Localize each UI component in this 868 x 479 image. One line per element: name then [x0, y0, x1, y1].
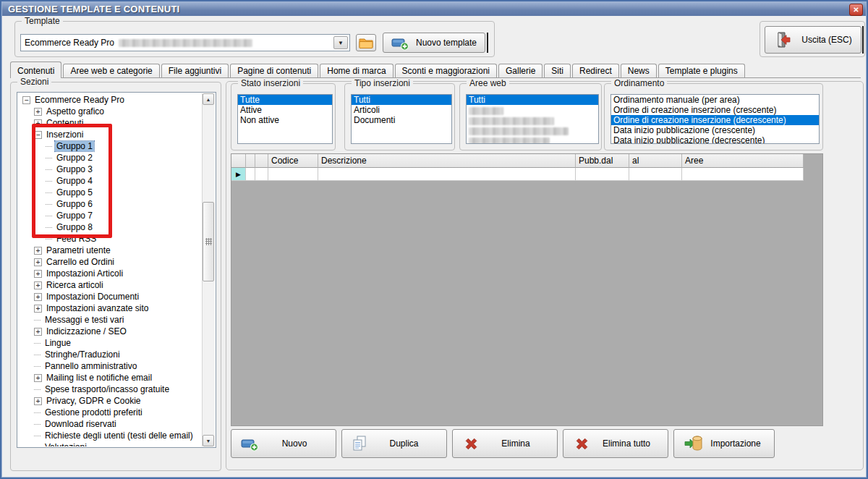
- tab-sconti-e-maggiorazioni[interactable]: Sconti e maggiorazioni: [395, 64, 497, 77]
- tree-item-label[interactable]: Gruppo 7: [55, 211, 94, 221]
- expand-icon[interactable]: +: [34, 305, 42, 313]
- tree-item-label[interactable]: Indicizzazione / SEO: [45, 326, 128, 336]
- tree-item-label[interactable]: Gruppo 4: [55, 176, 94, 186]
- grid-cell[interactable]: [255, 168, 268, 181]
- importazione-button[interactable]: Importazione: [673, 429, 775, 458]
- tree-item-label[interactable]: Impostazioni Documenti: [45, 292, 140, 302]
- record-selector-cell[interactable]: ▶: [231, 168, 246, 181]
- tree-item-pannello-amministrativo[interactable]: Pannello amministrativo: [20, 360, 201, 372]
- grid-header-cell[interactable]: [246, 154, 255, 168]
- tree-item-gruppo-5[interactable]: Gruppo 5: [20, 187, 201, 198]
- grid-header-cell-aree[interactable]: Aree: [682, 154, 804, 168]
- tree-item-label[interactable]: Impostazioni avanzate sito: [45, 303, 150, 313]
- tree-item-lingue[interactable]: Lingue: [20, 337, 201, 349]
- tree-item-indicizzazione-seo[interactable]: +Indicizzazione / SEO: [20, 326, 201, 337]
- grid-cell[interactable]: [318, 168, 576, 181]
- exit-button[interactable]: Uscita (ESC): [765, 26, 861, 54]
- grid-header-cell[interactable]: [231, 154, 246, 168]
- tree-item-label[interactable]: Ecommerce Ready Pro: [33, 95, 126, 105]
- list-item-tutte[interactable]: Tutte: [238, 95, 332, 105]
- tree-item-label[interactable]: Aspetto grafico: [45, 106, 106, 116]
- tree-item-inserzioni[interactable]: −Inserzioni: [20, 129, 201, 140]
- tree-item-impostazioni-articoli[interactable]: +Impostazioni Articoli: [20, 268, 201, 279]
- template-combobox[interactable]: Ecommerce Ready Pro ▼: [20, 34, 350, 51]
- expand-icon[interactable]: +: [34, 247, 42, 255]
- tree-item-valutazioni[interactable]: Valutazioni: [20, 441, 201, 446]
- expand-icon[interactable]: +: [34, 119, 42, 127]
- tab-home-di-marca[interactable]: Home di marca: [320, 64, 393, 77]
- list-item-ordine-di-creazione-inserzione-crescente[interactable]: Ordine di creazione inserzione (crescent…: [611, 105, 819, 115]
- expand-icon[interactable]: +: [34, 397, 42, 405]
- tree-item-label[interactable]: Lingue: [43, 338, 72, 348]
- tree-item-label[interactable]: Gruppo 3: [55, 164, 94, 174]
- tab-gallerie[interactable]: Gallerie: [498, 64, 542, 77]
- expand-icon[interactable]: +: [34, 293, 42, 301]
- tree-item-ricerca-articoli[interactable]: +Ricerca articoli: [20, 279, 201, 291]
- tree-item-carrello-ed-ordini[interactable]: +Carrello ed Ordini: [20, 256, 201, 268]
- list-item-data-inizio-pubblicazione-decrescente[interactable]: Data inizio pubblicazione (decrescente): [611, 135, 819, 144]
- tab-aree-web-e-categorie[interactable]: Aree web e categorie: [63, 64, 159, 77]
- tab-file-aggiuntivi[interactable]: File aggiuntivi: [161, 64, 229, 77]
- grid-cell[interactable]: [629, 168, 682, 181]
- list-item-tutti[interactable]: Tutti: [467, 95, 598, 105]
- tree-item-parametri-utente[interactable]: +Parametri utente: [20, 245, 201, 256]
- tree-item-label[interactable]: Inserzioni: [45, 130, 85, 140]
- tree-item-label[interactable]: Impostazioni Articoli: [45, 268, 124, 279]
- tree-item-label[interactable]: Gruppo 1: [55, 141, 94, 151]
- tab-news[interactable]: News: [621, 64, 657, 77]
- grid-header-cell-pubb-dal[interactable]: Pubb.dal: [576, 154, 629, 168]
- list-item-ordinamento-manuale-per-area[interactable]: Ordinamento manuale (per area): [611, 95, 819, 105]
- tree-item-contenuti[interactable]: +Contenuti: [20, 117, 201, 129]
- list-item-redacted[interactable]: [467, 125, 598, 135]
- tree-item-impostazioni-avanzate-sito[interactable]: +Impostazioni avanzate sito: [20, 302, 201, 314]
- open-template-folder-button[interactable]: [356, 34, 376, 51]
- tree-item-gruppo-3[interactable]: Gruppo 3: [20, 164, 201, 175]
- tree-item-label[interactable]: Mailing list e notifiche email: [45, 373, 153, 383]
- tree-item-label[interactable]: Gruppo 8: [55, 222, 94, 232]
- tree-item-label[interactable]: Carrello ed Ordini: [45, 257, 116, 267]
- tree-item-label[interactable]: Gruppo 2: [55, 153, 94, 163]
- grid-cell[interactable]: [576, 168, 629, 181]
- tree-item-gruppo-6[interactable]: Gruppo 6: [20, 198, 201, 210]
- expand-icon[interactable]: +: [34, 328, 42, 336]
- list-item-data-inizio-pubblicazione-crescente[interactable]: Data inizio pubblicazione (crescente): [611, 125, 819, 135]
- tree-item-label[interactable]: Richieste degli utenti (testi delle emai…: [43, 431, 195, 441]
- list-item-documenti[interactable]: Documenti: [352, 115, 451, 125]
- tree-item-gruppo-8[interactable]: Gruppo 8: [20, 221, 201, 233]
- grid-data-row[interactable]: ▶: [231, 168, 822, 181]
- tree-item-messaggi-e-testi-vari[interactable]: Messaggi e testi vari: [20, 314, 201, 326]
- expand-icon[interactable]: +: [34, 108, 42, 116]
- tab-contenuti[interactable]: Contenuti: [10, 62, 61, 78]
- grid-header-cell-codice[interactable]: Codice: [268, 154, 318, 168]
- list-item-ordine-di-creazione-inserzione-decrescente[interactable]: Ordine di creazione inserzione (decresce…: [611, 115, 819, 125]
- grid-header-cell[interactable]: [255, 154, 268, 168]
- chevron-down-icon[interactable]: ▼: [333, 36, 348, 49]
- tree-item-richieste-degli-utenti-testi-delle-email[interactable]: Richieste degli utenti (testi delle emai…: [20, 430, 201, 441]
- tree-item-feed-rss[interactable]: Feed RSS: [20, 233, 201, 245]
- tree-item-label[interactable]: Gestione prodotti preferiti: [43, 407, 144, 417]
- list-item-articoli[interactable]: Articoli: [352, 105, 451, 115]
- grid-header-cell-al[interactable]: al: [629, 154, 682, 168]
- tree-item-gruppo-1[interactable]: Gruppo 1: [20, 140, 201, 152]
- grid-cell[interactable]: [246, 168, 255, 181]
- grid-header-cell-descrizione[interactable]: Descrizione: [318, 154, 576, 168]
- tree-item-ecommerce-ready-pro[interactable]: −Ecommerce Ready Pro: [20, 94, 201, 106]
- grid-cell[interactable]: [268, 168, 318, 181]
- close-icon[interactable]: ✕: [849, 4, 863, 16]
- tab-template-e-plugins[interactable]: Template e plugins: [658, 64, 745, 77]
- tree-item-label[interactable]: Feed RSS: [55, 234, 98, 244]
- scrollbar-thumb[interactable]: [203, 202, 214, 281]
- tab-redirect[interactable]: Redirect: [572, 64, 619, 77]
- grid-cell[interactable]: [682, 168, 804, 181]
- scroll-up-icon[interactable]: ▲: [203, 93, 214, 105]
- tree-item-stringhe-traduzioni[interactable]: Stringhe/Traduzioni: [20, 349, 201, 360]
- tree-item-download-riservati[interactable]: Download riservati: [20, 418, 201, 430]
- elimina-tutto-button[interactable]: Elimina tutto: [563, 429, 668, 458]
- tree-item-label[interactable]: Ricerca articoli: [45, 280, 105, 290]
- tree-item-label[interactable]: Pannello amministrativo: [43, 361, 138, 371]
- tree-item-label[interactable]: Messaggi e testi vari: [43, 315, 125, 325]
- tree-item-label[interactable]: Contenuti: [45, 118, 85, 128]
- tab-pagine-di-contenuti[interactable]: Pagine di contenuti: [230, 64, 318, 77]
- tree-item-mailing-list-e-notifiche-email[interactable]: +Mailing list e notifiche email: [20, 372, 201, 383]
- tree-item-label[interactable]: Valutazioni: [43, 442, 88, 446]
